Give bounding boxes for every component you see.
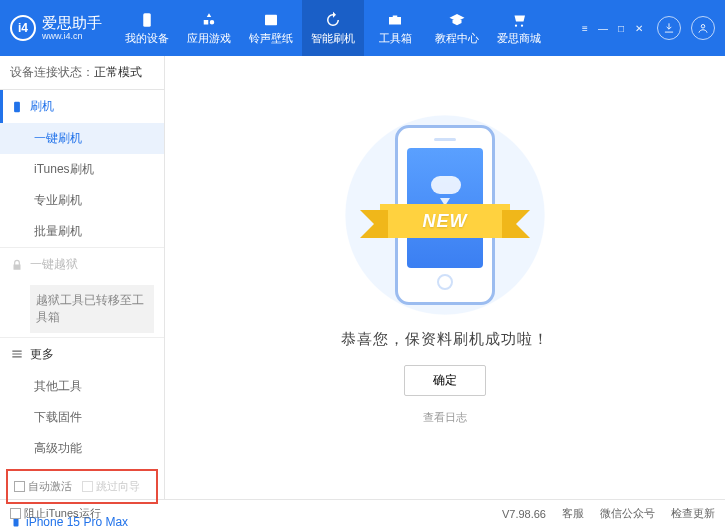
user-button[interactable]: [691, 16, 715, 40]
nav-label: 我的设备: [125, 31, 169, 46]
footer-link-support[interactable]: 客服: [562, 506, 584, 521]
status-label: 设备连接状态：: [10, 65, 94, 79]
logo-title: 爱思助手: [42, 15, 102, 32]
download-button[interactable]: [657, 16, 681, 40]
sidebar-item-advanced[interactable]: 高级功能: [0, 433, 164, 464]
toolbox-icon: [386, 11, 404, 29]
nav-label: 应用游戏: [187, 31, 231, 46]
checkbox-label: 阻止iTunes运行: [24, 506, 101, 521]
ok-button[interactable]: 确定: [404, 365, 486, 396]
window-controls: ≡ — □ ✕: [577, 21, 647, 35]
sidebar-group-more[interactable]: 更多: [0, 338, 164, 371]
nav-label: 工具箱: [379, 31, 412, 46]
checkbox-icon: [10, 508, 21, 519]
footer-link-update[interactable]: 检查更新: [671, 506, 715, 521]
nav-label: 爱思商城: [497, 31, 541, 46]
close-icon[interactable]: ✕: [631, 21, 647, 35]
nav-apps[interactable]: 应用游戏: [178, 0, 240, 56]
phone-icon: [10, 100, 24, 114]
nav-label: 教程中心: [435, 31, 479, 46]
checkbox-icon: [82, 481, 93, 492]
success-message: 恭喜您，保资料刷机成功啦！: [341, 330, 549, 349]
lock-icon: [10, 258, 24, 272]
main-content: NEW 恭喜您，保资料刷机成功啦！ 确定 查看日志: [165, 56, 725, 499]
logo-url: www.i4.cn: [42, 31, 102, 41]
view-log-link[interactable]: 查看日志: [423, 410, 467, 425]
nav-label: 智能刷机: [311, 31, 355, 46]
list-icon: [10, 347, 24, 361]
refresh-icon: [324, 11, 342, 29]
nav-toolbox[interactable]: 工具箱: [364, 0, 426, 56]
group-title: 更多: [30, 346, 54, 363]
jailbreak-note: 越狱工具已转移至工具箱: [30, 285, 154, 333]
block-itunes-checkbox[interactable]: 阻止iTunes运行: [10, 506, 101, 521]
version-label: V7.98.66: [502, 508, 546, 520]
header-right: ≡ — □ ✕: [571, 16, 715, 40]
logo[interactable]: i4 爱思助手 www.i4.cn: [10, 15, 116, 42]
body: 设备连接状态：正常模式 刷机 一键刷机 iTunes刷机 专业刷机 批量刷机 一…: [0, 56, 725, 499]
options-highlight: 自动激活 跳过向导: [6, 469, 158, 504]
svg-rect-3: [14, 101, 20, 112]
sidebar-item-itunes[interactable]: iTunes刷机: [0, 154, 164, 185]
nav-ringtones[interactable]: 铃声壁纸: [240, 0, 302, 56]
app-header: i4 爱思助手 www.i4.cn 我的设备 应用游戏 铃声壁纸 智能刷机 工具…: [0, 0, 725, 56]
logo-icon: i4: [10, 15, 36, 41]
status-value: 正常模式: [94, 65, 142, 79]
checkbox-icon: [14, 481, 25, 492]
sidebar-item-pro[interactable]: 专业刷机: [0, 185, 164, 216]
checkbox-label: 自动激活: [28, 479, 72, 494]
footer-link-wechat[interactable]: 微信公众号: [600, 506, 655, 521]
graduation-icon: [448, 11, 466, 29]
nav-smart-flash[interactable]: 智能刷机: [302, 0, 364, 56]
group-title: 一键越狱: [30, 256, 78, 273]
maximize-icon[interactable]: □: [613, 21, 629, 35]
svg-rect-0: [143, 13, 151, 27]
group-title: 刷机: [30, 98, 54, 115]
skip-guide-checkbox[interactable]: 跳过向导: [82, 479, 140, 494]
sidebar-group-flash[interactable]: 刷机: [0, 90, 164, 123]
svg-rect-1: [265, 14, 277, 25]
auto-activate-checkbox[interactable]: 自动激活: [14, 479, 72, 494]
success-illustration: NEW: [365, 110, 525, 320]
new-ribbon: NEW: [375, 200, 515, 242]
sidebar: 设备连接状态：正常模式 刷机 一键刷机 iTunes刷机 专业刷机 批量刷机 一…: [0, 56, 165, 499]
phone-icon: [138, 11, 156, 29]
svg-point-2: [701, 25, 705, 29]
minimize-icon[interactable]: —: [595, 21, 611, 35]
nav-my-device[interactable]: 我的设备: [116, 0, 178, 56]
sidebar-item-tools[interactable]: 其他工具: [0, 371, 164, 402]
device-status: 设备连接状态：正常模式: [0, 56, 164, 90]
sidebar-item-batch[interactable]: 批量刷机: [0, 216, 164, 247]
cart-icon: [510, 11, 528, 29]
nav-label: 铃声壁纸: [249, 31, 293, 46]
menu-icon[interactable]: ≡: [577, 21, 593, 35]
nav-tutorials[interactable]: 教程中心: [426, 0, 488, 56]
apps-icon: [200, 11, 218, 29]
sidebar-item-firmware[interactable]: 下载固件: [0, 402, 164, 433]
image-icon: [262, 11, 280, 29]
sidebar-group-jailbreak: 一键越狱: [0, 248, 164, 281]
sidebar-item-oneclick[interactable]: 一键刷机: [0, 123, 164, 154]
top-nav: 我的设备 应用游戏 铃声壁纸 智能刷机 工具箱 教程中心 爱思商城: [116, 0, 571, 56]
checkbox-label: 跳过向导: [96, 479, 140, 494]
nav-store[interactable]: 爱思商城: [488, 0, 550, 56]
